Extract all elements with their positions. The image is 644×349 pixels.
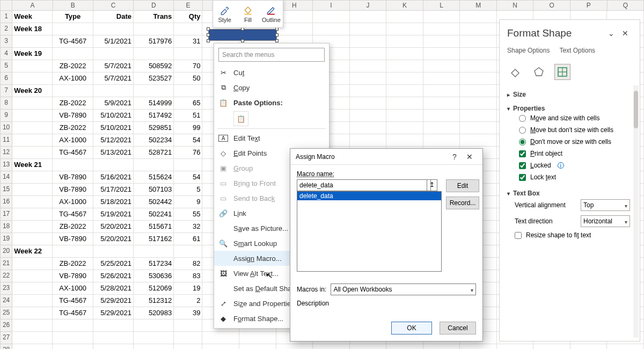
cell[interactable] <box>460 134 497 147</box>
cell[interactable] <box>174 332 202 344</box>
cell[interactable] <box>12 147 53 159</box>
cell[interactable] <box>202 344 239 349</box>
column-header[interactable]: C <box>93 0 134 11</box>
cell[interactable] <box>53 245 93 258</box>
cell[interactable]: AX-1000 <box>53 134 93 147</box>
cell[interactable]: 19 <box>174 282 202 295</box>
cell[interactable]: 5/10/2021 <box>93 110 134 122</box>
macros-in-combobox[interactable]: All Open Workbooks <box>331 283 476 295</box>
cell[interactable] <box>350 11 387 23</box>
cell[interactable] <box>423 134 460 147</box>
cell[interactable]: Week <box>12 11 53 23</box>
size-section-header[interactable]: ▸Size <box>507 91 632 98</box>
cell[interactable] <box>423 48 460 60</box>
cell[interactable] <box>12 171 53 184</box>
cell[interactable]: 515671 <box>134 221 174 233</box>
row-header[interactable]: 4 <box>0 48 12 60</box>
cell[interactable] <box>423 97 460 110</box>
row-header[interactable]: 5 <box>0 60 12 72</box>
cell[interactable] <box>12 258 53 270</box>
cell[interactable]: Trans <box>134 11 174 23</box>
cell[interactable]: 508592 <box>134 60 174 72</box>
cell[interactable] <box>93 245 134 258</box>
macro-name-ref-button[interactable]: ↥ <box>427 179 437 191</box>
cell[interactable] <box>134 344 174 349</box>
cell[interactable] <box>93 23 134 35</box>
cell[interactable] <box>134 332 174 344</box>
cell[interactable] <box>53 344 93 349</box>
column-header[interactable]: P <box>570 0 608 11</box>
cell[interactable] <box>460 97 497 110</box>
row-header[interactable]: 14 <box>0 171 12 184</box>
row-header[interactable]: 13 <box>0 159 12 171</box>
cell[interactable] <box>53 48 93 60</box>
cell[interactable] <box>12 122 53 134</box>
resize-handle[interactable] <box>275 33 279 37</box>
cell[interactable] <box>12 332 53 344</box>
scrollbar-thumb[interactable] <box>634 91 638 128</box>
cell[interactable] <box>53 319 93 332</box>
record-button[interactable]: Record... <box>446 197 479 209</box>
row-header[interactable]: 19 <box>0 233 12 245</box>
cell[interactable] <box>174 344 202 349</box>
cell[interactable] <box>202 332 239 344</box>
cell[interactable] <box>174 319 202 332</box>
cell[interactable]: 70 <box>174 60 202 72</box>
cell[interactable] <box>134 48 174 60</box>
dialog-help-button[interactable]: ? <box>447 152 462 161</box>
cell[interactable]: VB-7890 <box>53 110 93 122</box>
cell[interactable]: 5/28/2021 <box>93 282 134 295</box>
cell[interactable] <box>93 344 134 349</box>
row-header[interactable]: 7 <box>0 85 12 97</box>
size-properties-tab[interactable] <box>554 64 570 80</box>
row-header[interactable]: 23 <box>0 282 12 295</box>
cell[interactable] <box>53 332 93 344</box>
cell[interactable] <box>497 344 534 349</box>
cell[interactable]: TG-4567 <box>53 307 93 319</box>
column-header[interactable]: E <box>174 0 202 11</box>
cell[interactable] <box>423 110 460 122</box>
cell[interactable] <box>386 134 423 147</box>
pane-scrollbar[interactable] <box>633 85 639 338</box>
column-header[interactable]: N <box>497 0 534 11</box>
menu-search-input[interactable]: Search the menus <box>218 48 325 62</box>
vertical-alignment-combobox[interactable]: Top <box>581 199 630 211</box>
cell[interactable] <box>93 332 134 344</box>
cell[interactable] <box>460 60 497 72</box>
cell[interactable] <box>53 85 93 97</box>
cell[interactable] <box>460 85 497 97</box>
cell[interactable] <box>93 159 134 171</box>
cell[interactable] <box>93 319 134 332</box>
cell[interactable]: 5/18/2021 <box>93 196 134 208</box>
row-header[interactable]: 3 <box>0 35 12 48</box>
cell[interactable]: 5/12/2021 <box>93 134 134 147</box>
cell[interactable]: 528721 <box>134 147 174 159</box>
cell[interactable]: Qty <box>174 11 202 23</box>
cell[interactable] <box>239 332 276 344</box>
cell[interactable] <box>607 344 644 349</box>
cell[interactable] <box>460 35 497 48</box>
macro-list-item[interactable]: delete_data <box>297 192 441 200</box>
cell[interactable]: 54 <box>174 134 202 147</box>
cell[interactable] <box>12 97 53 110</box>
cell[interactable]: Week 22 <box>12 245 53 258</box>
cell[interactable]: 5/17/2021 <box>93 184 134 196</box>
cell[interactable]: 512312 <box>134 295 174 307</box>
cell[interactable] <box>386 48 423 60</box>
cell[interactable] <box>12 208 53 221</box>
row-header[interactable]: 1 <box>0 11 12 23</box>
cell[interactable]: ZB-2022 <box>53 60 93 72</box>
column-header[interactable]: J <box>350 0 387 11</box>
pane-close-button[interactable]: ✕ <box>618 29 632 38</box>
column-header[interactable]: K <box>386 0 423 11</box>
cell[interactable] <box>350 110 387 122</box>
column-header[interactable]: A <box>12 0 53 11</box>
row-header[interactable]: 12 <box>0 147 12 159</box>
cell[interactable]: 5/13/2021 <box>93 147 134 159</box>
cell[interactable] <box>460 23 497 35</box>
ok-button[interactable]: OK <box>391 322 432 335</box>
cell[interactable] <box>12 282 53 295</box>
cell[interactable] <box>460 48 497 60</box>
cell[interactable] <box>423 72 460 85</box>
cell[interactable]: 54 <box>174 171 202 184</box>
